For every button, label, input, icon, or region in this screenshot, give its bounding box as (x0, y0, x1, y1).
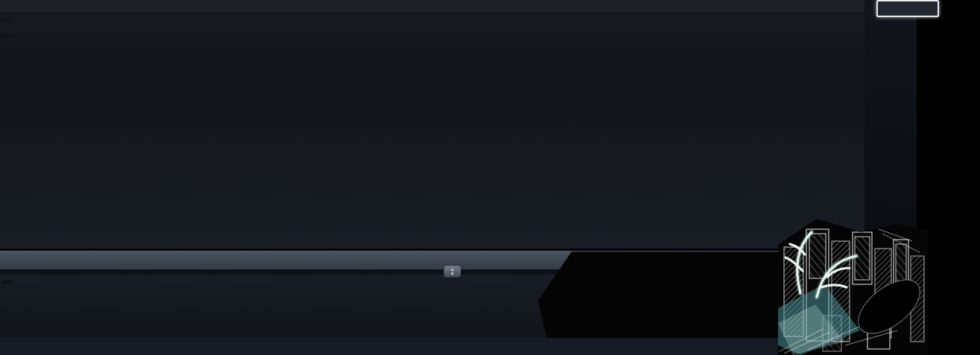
panel-splitter-button[interactable]: ▲ ▼ (443, 265, 461, 278)
artwork-collage (778, 219, 929, 355)
arrow-down-icon: ▼ (450, 272, 455, 276)
comment-bubble (538, 252, 787, 338)
price-marker-current (876, 0, 939, 17)
trading-chart-window: ▲ ▼ (0, 0, 980, 355)
